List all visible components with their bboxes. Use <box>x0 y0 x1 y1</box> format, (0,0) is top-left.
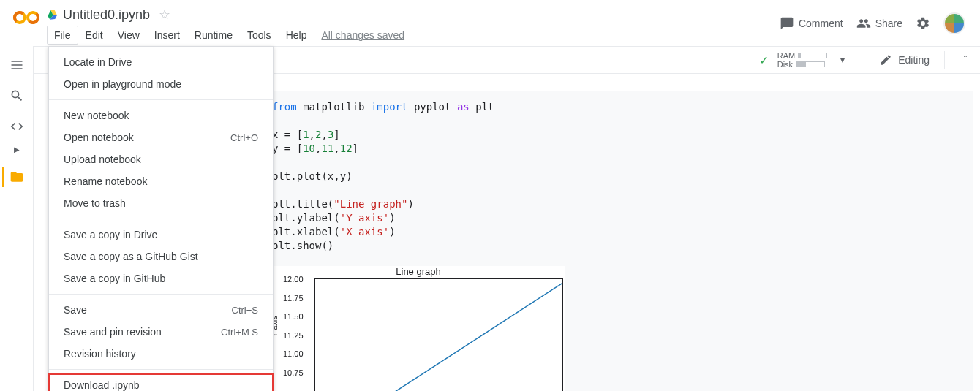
menu-tools[interactable]: Tools <box>240 26 279 45</box>
ytick: 12.00 <box>283 275 304 284</box>
header-actions: Comment Share <box>780 0 971 46</box>
menu-item-label: Locate in Drive <box>64 56 132 68</box>
menu-view[interactable]: View <box>110 26 147 45</box>
menu-runtime[interactable]: Runtime <box>187 26 240 45</box>
svg-line-8 <box>315 283 562 391</box>
menu-item-save-and-pin-revision[interactable]: Save and pin revisionCtrl+M S <box>49 321 273 343</box>
menu-item-label: Save a copy in GitHub <box>64 273 165 284</box>
comment-label: Comment <box>799 18 843 29</box>
menu-item-revision-history[interactable]: Revision history <box>49 343 273 365</box>
left-rail: ▶ <box>0 46 34 391</box>
menu-item-label: Revision history <box>64 348 136 360</box>
menu-item-open-notebook[interactable]: Open notebookCtrl+O <box>49 126 273 148</box>
resource-meter[interactable]: RAM Disk <box>777 51 827 69</box>
colab-logo-icon[interactable] <box>13 4 39 31</box>
divider <box>944 51 945 69</box>
share-button[interactable]: Share <box>856 16 902 31</box>
menu-item-save-a-copy-in-drive[interactable]: Save a copy in Drive <box>49 224 273 246</box>
ram-label: RAM <box>777 51 795 60</box>
chart-title: Line graph <box>272 266 565 277</box>
menu-item-shortcut: Ctrl+O <box>230 132 258 143</box>
menu-item-upload-notebook[interactable]: Upload notebook <box>49 148 273 170</box>
title-area: Untitled0.ipynb ☆ FileEditViewInsertRunt… <box>47 0 780 46</box>
menu-item-shortcut: Ctrl+S <box>232 305 258 316</box>
doc-title[interactable]: Untitled0.ipynb <box>63 7 150 23</box>
disk-label: Disk <box>777 60 793 69</box>
connected-check-icon: ✓ <box>759 53 769 67</box>
menu-item-new-notebook[interactable]: New notebook <box>49 105 273 126</box>
chart-axes: Y axis 12.0011.7511.5011.2511.0010.75 <box>314 278 563 391</box>
menu-separator <box>49 369 273 370</box>
all-changes-saved[interactable]: All changes saved <box>321 29 404 41</box>
menu-item-label: Save <box>64 304 87 316</box>
menu-item-label: Open in playground mode <box>64 78 181 90</box>
menu-item-move-to-trash[interactable]: Move to trash <box>49 192 273 214</box>
menu-item-label: Download .ipynb <box>64 379 140 391</box>
snippets-icon[interactable] <box>10 119 24 134</box>
menu-file[interactable]: File <box>47 26 78 45</box>
file-menu-dropdown: Locate in DriveOpen in playground modeNe… <box>48 46 274 391</box>
menu-insert[interactable]: Insert <box>147 26 187 45</box>
menu-bar: FileEditViewInsertRuntimeToolsHelpAll ch… <box>47 25 780 45</box>
files-icon[interactable] <box>10 170 24 184</box>
menu-edit[interactable]: Edit <box>78 26 110 45</box>
avatar[interactable] <box>943 12 965 34</box>
collapse-header-icon[interactable]: ˆ <box>960 55 971 65</box>
menu-item-open-in-playground-mode[interactable]: Open in playground mode <box>49 73 273 95</box>
menu-item-shortcut: Ctrl+M S <box>221 327 258 338</box>
resource-dropdown-icon[interactable]: ▾ <box>836 55 849 65</box>
ytick: 11.25 <box>283 331 304 340</box>
ram-meter <box>798 53 827 58</box>
menu-item-label: Save and pin revision <box>64 326 162 338</box>
menu-item-download-ipynb[interactable]: Download .ipynb <box>49 374 273 391</box>
menu-help[interactable]: Help <box>279 26 314 45</box>
chart-yticks: 12.0011.7511.5011.2511.0010.75 <box>283 275 304 377</box>
editing-label: Editing <box>898 54 930 66</box>
star-icon[interactable]: ☆ <box>159 7 170 23</box>
share-label: Share <box>875 18 902 29</box>
menu-item-rename-notebook[interactable]: Rename notebook <box>49 170 273 192</box>
menu-item-save[interactable]: SaveCtrl+S <box>49 299 273 321</box>
comment-button[interactable]: Comment <box>780 16 843 31</box>
code-source[interactable]: from matplotlib import pyplot as plt x =… <box>272 100 961 253</box>
drive-icon <box>47 9 59 20</box>
header: Untitled0.ipynb ☆ FileEditViewInsertRunt… <box>0 0 980 46</box>
chevron-right-icon[interactable]: ▶ <box>14 145 20 153</box>
menu-item-save-a-copy-in-github[interactable]: Save a copy in GitHub <box>49 267 273 289</box>
menu-item-save-a-copy-as-a-github-gist[interactable]: Save a copy as a GitHub Gist <box>49 246 273 267</box>
menu-item-locate-in-drive[interactable]: Locate in Drive <box>49 51 273 73</box>
toc-icon[interactable] <box>10 58 24 72</box>
menu-separator <box>49 294 273 295</box>
divider <box>864 51 864 69</box>
ytick: 11.50 <box>283 312 304 321</box>
disk-meter <box>796 61 825 67</box>
ytick: 11.00 <box>283 349 304 358</box>
settings-button[interactable] <box>916 16 930 31</box>
search-icon[interactable] <box>10 88 24 103</box>
menu-item-label: Open notebook <box>64 132 134 143</box>
menu-item-label: Move to trash <box>64 197 126 209</box>
ytick: 10.75 <box>283 368 304 377</box>
ytick: 11.75 <box>283 294 304 303</box>
menu-item-label: Upload notebook <box>64 153 141 165</box>
menu-item-label: Save a copy as a GitHub Gist <box>64 251 198 262</box>
menu-separator <box>49 219 273 219</box>
code-cell[interactable]: ] from matplotlib import pyplot as plt x… <box>260 91 973 391</box>
menu-item-label: Save a copy in Drive <box>64 229 157 240</box>
chart-line <box>315 279 562 391</box>
chart-output: Line graph Y axis 12.0011.7511.5011.2511… <box>272 266 565 391</box>
editing-mode-button[interactable]: Editing <box>879 53 930 67</box>
menu-separator <box>49 99 273 100</box>
menu-item-label: New notebook <box>64 110 129 121</box>
logo-area <box>9 0 47 31</box>
menu-item-label: Rename notebook <box>64 175 147 187</box>
